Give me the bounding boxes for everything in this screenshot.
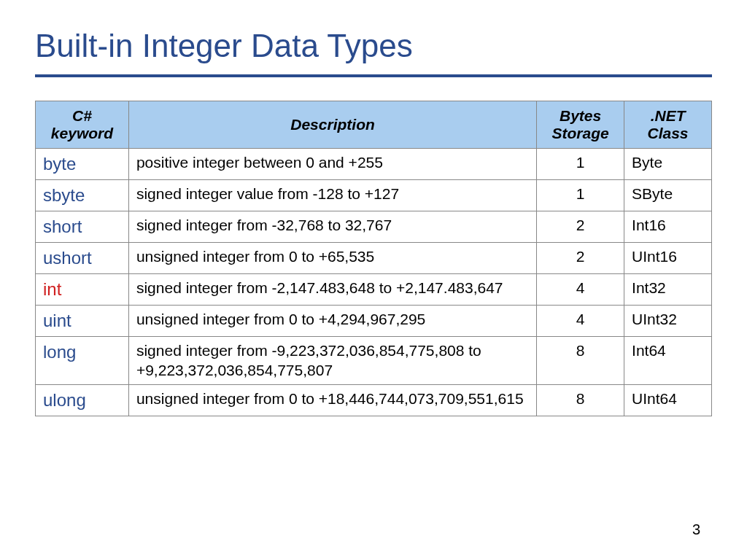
cell-netclass: UInt32	[624, 306, 712, 337]
cell-description: signed integer from -9,223,372,036,854,7…	[128, 337, 536, 385]
table-row: sbytesigned integer value from -128 to +…	[36, 180, 712, 211]
cell-bytes: 2	[537, 243, 624, 274]
slide: Built-in Integer Data Types C# keyword D…	[0, 0, 747, 416]
cell-keyword: sbyte	[36, 180, 129, 211]
cell-netclass: Int16	[624, 211, 712, 243]
cell-keyword: short	[36, 211, 129, 243]
cell-bytes: 2	[537, 211, 624, 243]
header-bytes: Bytes Storage	[537, 101, 624, 149]
cell-description: unsigned integer from 0 to +4,294,967,29…	[128, 306, 536, 337]
cell-netclass: UInt16	[624, 243, 712, 274]
table-row: intsigned integer from -2,147.483,648 to…	[36, 274, 712, 306]
cell-bytes: 4	[537, 306, 624, 337]
cell-description: unsigned integer from 0 to +18,446,744,0…	[128, 384, 536, 416]
cell-bytes: 1	[537, 180, 624, 211]
table-row: ulongunsigned integer from 0 to +18,446,…	[36, 384, 712, 416]
cell-bytes: 4	[537, 274, 624, 306]
cell-description: unsigned integer from 0 to +65,535	[128, 243, 536, 274]
page-title: Built-in Integer Data Types	[35, 28, 712, 64]
header-description: Description	[128, 101, 536, 149]
table-header-row: C# keyword Description Bytes Storage .NE…	[36, 101, 712, 149]
cell-keyword: ushort	[36, 243, 129, 274]
cell-keyword: int	[36, 274, 129, 306]
cell-bytes: 8	[537, 337, 624, 385]
cell-bytes: 8	[537, 384, 624, 416]
data-types-table: C# keyword Description Bytes Storage .NE…	[35, 101, 712, 416]
table-row: uintunsigned integer from 0 to +4,294,96…	[36, 306, 712, 337]
cell-description: signed integer from -32,768 to 32,767	[128, 211, 536, 243]
table-row: longsigned integer from -9,223,372,036,8…	[36, 337, 712, 385]
cell-description: positive integer between 0 and +255	[128, 149, 536, 180]
table-row: ushortunsigned integer from 0 to +65,535…	[36, 243, 712, 274]
cell-netclass: SByte	[624, 180, 712, 211]
cell-description: signed integer value from -128 to +127	[128, 180, 536, 211]
header-keyword: C# keyword	[36, 101, 129, 149]
cell-netclass: Int64	[624, 337, 712, 385]
cell-netclass: UInt64	[624, 384, 712, 416]
cell-keyword: long	[36, 337, 129, 385]
title-divider	[35, 74, 712, 77]
table-row: bytepositive integer between 0 and +2551…	[36, 149, 712, 180]
cell-description: signed integer from -2,147.483,648 to +2…	[128, 274, 536, 306]
cell-netclass: Int32	[624, 274, 712, 306]
cell-keyword: uint	[36, 306, 129, 337]
page-number: 3	[692, 521, 700, 538]
header-netclass: .NET Class	[624, 101, 712, 149]
table-row: shortsigned integer from -32,768 to 32,7…	[36, 211, 712, 243]
cell-keyword: ulong	[36, 384, 129, 416]
cell-keyword: byte	[36, 149, 129, 180]
cell-bytes: 1	[537, 149, 624, 180]
cell-netclass: Byte	[624, 149, 712, 180]
